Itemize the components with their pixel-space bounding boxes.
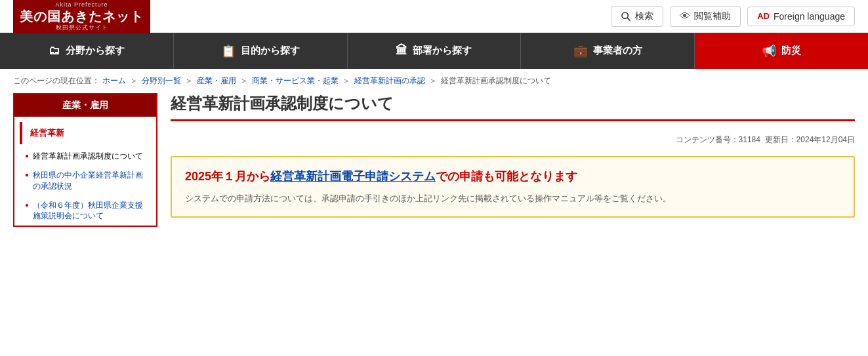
breadcrumb-sep-3: ＞ [240,75,248,87]
breadcrumb-sep-4: ＞ [342,75,350,87]
notice-box: 2025年１月から経営革新計画電子申請システムでの申請も可能となります システム… [171,156,855,218]
bunyo-icon: 🗂 [49,44,60,58]
search-button[interactable]: 検索 [611,6,663,27]
nav-busho[interactable]: 🏛 部署から探す [348,33,522,69]
content-no: 31184 [739,135,760,144]
accessibility-label: 閲覧補助 [694,10,731,22]
mokuteki-icon: 📋 [221,44,236,58]
content-no-label: コンテンツ番号： [676,135,739,144]
nav-mokuteki[interactable]: 📋 目的から探す [174,33,348,69]
notice-title: 2025年１月から経営革新計画電子申請システムでの申請も可能となります [185,168,840,186]
search-icon [621,11,631,22]
logo-main: 美の国あきたネット [20,9,144,24]
sidebar-current-label: 経営革新計画承認制度について [33,151,143,162]
language-label: Foreign language [774,11,845,22]
header-right: 検索 👁 閲覧補助 AD Foreign language [611,6,855,27]
content-meta: コンテンツ番号：31184 更新日：2024年12月04日 [171,134,855,146]
breadcrumb: このページの現在位置： ホーム ＞ 分野別一覧 ＞ 産業・雇用 ＞ 商業・サービ… [0,69,868,93]
breadcrumb-sangyo[interactable]: 産業・雇用 [197,75,236,87]
sidebar: 産業・雇用 経営革新 ● 経営革新計画承認制度について ● 秋田県の中小企業経営… [13,93,157,227]
breadcrumb-bunyo[interactable]: 分野別一覧 [142,75,181,87]
update-label: 更新日： [765,135,796,144]
page-title-bar: 経営革新計画承認制度について [171,93,855,121]
nav-jigyo[interactable]: 💼 事業者の方 [521,33,695,69]
sidebar-item-current: ● 経営革新計画承認制度について [14,147,156,166]
notice-body: システムでの申請方法については、承認申請の手引きのほか上記リンク先に掲載されてい… [185,192,840,206]
sidebar-section[interactable]: 経営革新 [20,122,151,144]
busho-icon: 🏛 [396,44,407,58]
breadcrumb-sep-5: ＞ [429,75,437,87]
sidebar-bullet-1: ● [25,152,29,159]
sidebar-link3[interactable]: （令和６年度）秋田県企業支援施策説明会について [33,200,148,222]
content-area: 経営革新計画承認制度について コンテンツ番号：31184 更新日：2024年12… [171,93,855,227]
notice-title-suffix: での申請も可能となります [436,170,577,183]
sidebar-bullet-2: ● [25,171,29,178]
bosai-icon: 📢 [762,44,776,58]
breadcrumb-prefix: このページの現在位置： [13,75,100,87]
page-title: 経営革新計画承認制度について [171,93,855,114]
nav-bar: 🗂 分野から探す 📋 目的から探す 🏛 部署から探す 💼 事業者の方 📢 防災 [0,33,868,69]
logo-area: Akita Prefecture 美の国あきたネット 秋田県公式サイト [13,0,150,33]
svg-point-0 [622,12,628,18]
nav-bunyo[interactable]: 🗂 分野から探す [0,33,174,69]
accessibility-button[interactable]: 👁 閲覧補助 [670,6,741,27]
header: Akita Prefecture 美の国あきたネット 秋田県公式サイト 検索 👁… [0,0,868,33]
language-button[interactable]: AD Foreign language [747,7,855,26]
breadcrumb-sep-1: ＞ [130,75,138,87]
notice-title-link[interactable]: 経営革新計画電子申請システム [270,170,436,183]
main-layout: 産業・雇用 経営革新 ● 経営革新計画承認制度について ● 秋田県の中小企業経営… [0,93,868,240]
nav-bunyo-label: 分野から探す [66,45,125,57]
breadcrumb-keiei-link[interactable]: 経営革新計画の承認 [354,75,425,87]
language-icon: AD [757,11,770,21]
nav-busho-label: 部署から探す [413,45,472,57]
breadcrumb-home[interactable]: ホーム [102,75,126,87]
sidebar-title: 産業・雇用 [14,94,156,117]
nav-jigyo-label: 事業者の方 [593,45,642,57]
nav-bosai-label: 防災 [781,45,801,57]
jigyo-icon: 💼 [573,44,588,58]
search-label: 検索 [635,10,653,22]
notice-title-prefix: 2025年１月から [185,170,270,183]
accessibility-icon: 👁 [680,10,690,22]
sidebar-bullet-3: ● [25,201,29,208]
sidebar-item-link3[interactable]: ● （令和６年度）秋田県企業支援施策説明会について [14,196,156,226]
logo-prefecture: Akita Prefecture [55,1,108,9]
site-logo: Akita Prefecture 美の国あきたネット 秋田県公式サイト [13,0,150,33]
nav-mokuteki-label: 目的から探す [241,45,300,57]
svg-line-1 [627,18,630,21]
breadcrumb-shogyo[interactable]: 商業・サービス業・起業 [252,75,339,87]
sidebar-link2[interactable]: 秋田県の中小企業経営革新計画の承認状況 [33,170,148,192]
logo-subtitle: 秋田県公式サイト [56,24,108,31]
update-date: 2024年12月04日 [796,135,855,144]
breadcrumb-sep-2: ＞ [185,75,193,87]
breadcrumb-current: 経営革新計画承認制度について [441,75,551,87]
sidebar-item-link2[interactable]: ● 秋田県の中小企業経営革新計画の承認状況 [14,166,156,196]
nav-bosai[interactable]: 📢 防災 [695,33,868,69]
